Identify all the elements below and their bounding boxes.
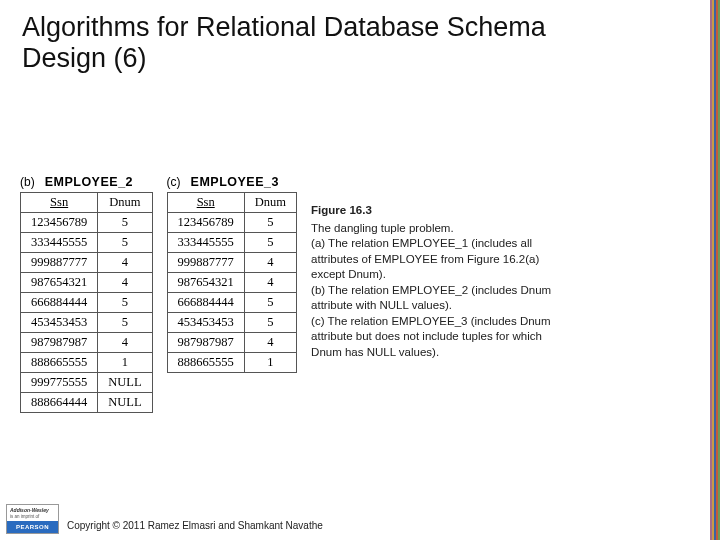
table-cell: 4 <box>244 333 296 353</box>
table-cell: 5 <box>244 233 296 253</box>
table-cell: 453453453 <box>167 313 244 333</box>
figure-line-c: (c) The relation EMPLOYEE_3 (includes Dn… <box>311 315 550 358</box>
table-row: 3334455555 <box>167 233 297 253</box>
table-row: 8886655551 <box>21 353 153 373</box>
table-row: 4534534535 <box>21 313 153 333</box>
table-cell: 5 <box>244 213 296 233</box>
table-cell: 4 <box>98 273 152 293</box>
table-cell: 987987987 <box>21 333 98 353</box>
pearson-logo: Addison-Wesley is an imprint of PEARSON <box>6 504 59 534</box>
col-dnum: Dnum <box>98 193 152 213</box>
table-row: 1234567895 <box>21 213 153 233</box>
figure-line-b: (b) The relation EMPLOYEE_2 (includes Dn… <box>311 284 551 312</box>
table-cell: 5 <box>98 233 152 253</box>
table-cell: 4 <box>98 333 152 353</box>
table-row: 9879879874 <box>21 333 153 353</box>
table-row: 9879879874 <box>167 333 297 353</box>
table-row: 6668844445 <box>21 293 153 313</box>
table-cell: 5 <box>244 313 296 333</box>
employee-2-table: Ssn Dnum 1234567895333445555599988777749… <box>20 192 153 413</box>
table-cell: 453453453 <box>21 313 98 333</box>
table-c-name: EMPLOYEE_3 <box>191 175 279 189</box>
table-cell: 333445555 <box>21 233 98 253</box>
table-row: 9876543214 <box>167 273 297 293</box>
col-ssn: Ssn <box>21 193 98 213</box>
col-dnum: Dnum <box>244 193 296 213</box>
figure-line-a: (a) The relation EMPLOYEE_1 (includes al… <box>311 237 539 280</box>
table-row: 4534534535 <box>167 313 297 333</box>
accent-bar <box>710 0 720 540</box>
table-cell: NULL <box>98 393 152 413</box>
table-row: 999775555NULL <box>21 373 153 393</box>
content-area: (b) EMPLOYEE_2 Ssn Dnum 1234567895333445… <box>20 175 700 413</box>
table-b-letter: (b) <box>20 175 35 189</box>
table-b-block: (b) EMPLOYEE_2 Ssn Dnum 1234567895333445… <box>20 175 153 413</box>
table-cell: NULL <box>98 373 152 393</box>
col-ssn: Ssn <box>167 193 244 213</box>
table-cell: 123456789 <box>167 213 244 233</box>
footer: Addison-Wesley is an imprint of PEARSON … <box>6 504 323 534</box>
table-cell: 999775555 <box>21 373 98 393</box>
table-b-name: EMPLOYEE_2 <box>45 175 133 189</box>
table-cell: 666884444 <box>167 293 244 313</box>
figure-caption: Figure 16.3 The dangling tuple problem. … <box>311 203 556 360</box>
addison-wesley-text: Addison-Wesley <box>10 507 49 513</box>
table-row: 9998877774 <box>167 253 297 273</box>
table-row: 8886655551 <box>167 353 297 373</box>
table-cell: 333445555 <box>167 233 244 253</box>
table-cell: 5 <box>98 293 152 313</box>
slide: Algorithms for Relational Database Schem… <box>0 0 720 540</box>
table-cell: 4 <box>244 273 296 293</box>
table-cell: 987987987 <box>167 333 244 353</box>
table-cell: 4 <box>244 253 296 273</box>
table-cell: 4 <box>98 253 152 273</box>
pearson-bar: PEARSON <box>7 521 58 533</box>
table-c-letter: (c) <box>167 175 181 189</box>
imprint-text: is an imprint of <box>10 514 39 519</box>
table-cell: 888665555 <box>167 353 244 373</box>
table-cell: 888664444 <box>21 393 98 413</box>
table-cell: 5 <box>98 213 152 233</box>
table-row: 1234567895 <box>167 213 297 233</box>
table-cell: 5 <box>98 313 152 333</box>
table-cell: 999887777 <box>21 253 98 273</box>
table-row: 9998877774 <box>21 253 153 273</box>
table-cell: 987654321 <box>167 273 244 293</box>
table-row: 3334455555 <box>21 233 153 253</box>
table-row: 6668844445 <box>167 293 297 313</box>
table-cell: 999887777 <box>167 253 244 273</box>
table-cell: 987654321 <box>21 273 98 293</box>
employee-3-table: Ssn Dnum 1234567895333445555599988777749… <box>167 192 298 373</box>
figure-label: Figure 16.3 <box>311 203 556 219</box>
slide-title: Algorithms for Relational Database Schem… <box>22 12 582 74</box>
table-cell: 666884444 <box>21 293 98 313</box>
table-c-block: (c) EMPLOYEE_3 Ssn Dnum 1234567895333445… <box>167 175 298 373</box>
table-row: 9876543214 <box>21 273 153 293</box>
copyright-text: Copyright © 2011 Ramez Elmasri and Shamk… <box>67 520 323 534</box>
table-cell: 5 <box>244 293 296 313</box>
table-cell: 1 <box>244 353 296 373</box>
table-cell: 1 <box>98 353 152 373</box>
figure-line1: The dangling tuple problem. <box>311 222 454 234</box>
table-cell: 888665555 <box>21 353 98 373</box>
table-cell: 123456789 <box>21 213 98 233</box>
table-row: 888664444NULL <box>21 393 153 413</box>
